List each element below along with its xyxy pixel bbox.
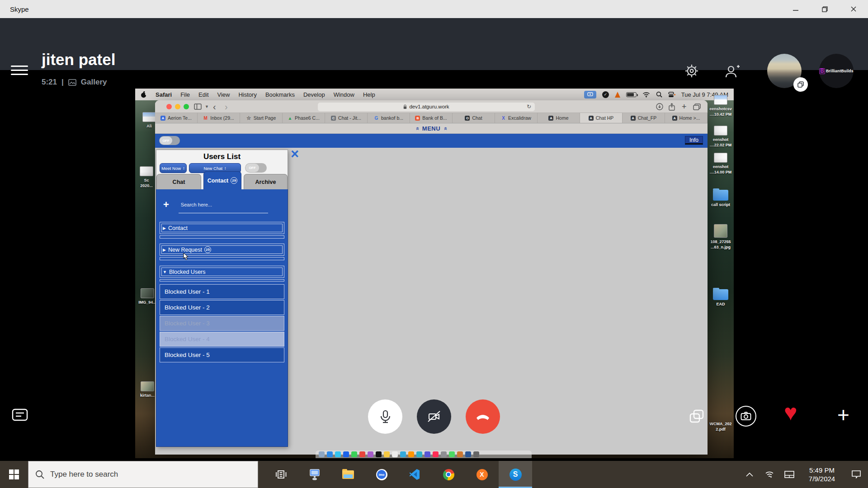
control-center-icon[interactable] [668, 92, 675, 98]
dock-icon[interactable] [416, 451, 422, 457]
dock-icon[interactable] [335, 451, 341, 457]
dock-icon[interactable] [368, 451, 373, 457]
minimize-traffic-light[interactable] [175, 104, 180, 109]
chat-panel-icon[interactable] [12, 408, 28, 425]
tray-touchpad-icon[interactable] [779, 461, 799, 488]
dock-icon[interactable] [384, 451, 390, 457]
battery-icon[interactable] [626, 92, 637, 97]
dock-icon[interactable] [343, 451, 349, 457]
tab-contact[interactable]: Contact 29 [203, 171, 241, 189]
dock-icon[interactable] [400, 451, 406, 457]
dock[interactable] [316, 450, 532, 458]
snapshot-button[interactable] [736, 406, 756, 427]
gear-icon[interactable] [684, 63, 700, 79]
menubar-item[interactable]: View [217, 91, 230, 98]
blocked-user-row[interactable]: Blocked User - 4 [160, 332, 284, 347]
dock-icon[interactable] [359, 451, 365, 457]
screen-sharing-status-icon[interactable] [584, 91, 596, 99]
close-traffic-light[interactable] [166, 104, 172, 109]
search-input[interactable]: Search here... [181, 202, 212, 207]
safari-tab[interactable]: Gbankof b... [368, 113, 410, 123]
dock-icon[interactable] [351, 451, 357, 457]
end-call-button[interactable] [466, 399, 500, 434]
add-contact-icon[interactable]: + [163, 200, 169, 209]
blocked-user-row[interactable]: Blocked User - 2 [160, 300, 284, 315]
dock-icon[interactable] [441, 451, 447, 457]
safari-tab[interactable]: AHome [538, 113, 580, 123]
dock-icon[interactable] [465, 451, 471, 457]
brand-avatar[interactable]: B BrilliantBuilds [819, 54, 854, 88]
safari-tab[interactable]: BBank of B... [410, 113, 453, 123]
menubar-item[interactable]: Edit [198, 91, 208, 98]
tray-chevron-icon[interactable] [740, 461, 760, 488]
menubar-item[interactable]: Help [363, 91, 375, 98]
taskbar-clock[interactable]: 5:49 PM 7/9/2024 [799, 466, 844, 483]
safari-tab[interactable]: AChat_FP [623, 113, 665, 123]
refresh-icon[interactable]: ↻ [527, 103, 531, 110]
safari-tab[interactable]: AHome >... [665, 113, 708, 123]
page-toggle[interactable]: OFF [159, 136, 180, 145]
menu-label[interactable]: MENU [422, 125, 440, 132]
wifi-icon[interactable] [642, 92, 650, 98]
skype-taskbar-button[interactable]: S [499, 461, 532, 488]
tab-chat[interactable]: Chat [156, 174, 201, 189]
self-avatar[interactable] [767, 54, 802, 88]
download-icon[interactable] [656, 100, 663, 113]
microphone-button[interactable] [368, 399, 402, 434]
safari-tab[interactable]: XExcalidraw [495, 113, 538, 123]
blocked-user-row[interactable]: Blocked User - 3 [160, 316, 284, 331]
back-icon[interactable]: ‹ [213, 100, 216, 113]
spotlight-icon[interactable] [656, 91, 662, 98]
heart-reaction-button[interactable]: ♥ [784, 402, 797, 423]
section-new-request[interactable]: ▶ New Request 25 [160, 244, 284, 256]
new-tab-icon[interactable]: + [682, 100, 687, 113]
dock-icon[interactable] [433, 451, 439, 457]
taskbar-search[interactable]: Type here to search [28, 461, 258, 488]
chrome-button[interactable] [432, 461, 465, 488]
menubar-item[interactable]: History [238, 91, 256, 98]
close-button[interactable] [839, 0, 868, 18]
menu-icon[interactable] [11, 65, 28, 76]
menubar-item[interactable]: Safari [156, 91, 172, 98]
safari-tab[interactable]: MInbox (29... [198, 113, 240, 123]
vscode-button[interactable] [398, 461, 432, 488]
action-center-icon[interactable] [844, 461, 868, 488]
tab-archive[interactable]: Archive [244, 174, 288, 189]
forward-icon[interactable]: › [225, 100, 228, 113]
screen-share-icon[interactable] [689, 409, 704, 426]
desktop-icon[interactable]: eenshotcsv ....10.42 PM [708, 95, 734, 117]
file-explorer-button[interactable] [331, 461, 365, 488]
dock-icon[interactable] [449, 451, 455, 457]
vlc-icon[interactable] [615, 92, 620, 98]
safari-tab[interactable]: CChat - Jit... [325, 113, 368, 123]
section-contact[interactable]: ▶ Contact [160, 222, 284, 234]
desktop-icon[interactable]: EAD [708, 289, 734, 307]
camera-off-button[interactable] [417, 399, 451, 434]
dock-icon[interactable] [425, 451, 430, 457]
task-view-button[interactable] [264, 461, 298, 488]
desktop-icon[interactable]: WCMA_202 2.pdf [708, 421, 734, 432]
safari-tab[interactable]: ☆Start Page [240, 113, 283, 123]
panel-close-icon[interactable]: × [291, 147, 299, 161]
start-button[interactable] [0, 461, 28, 488]
dock-icon[interactable] [376, 451, 382, 457]
chevron-down-icon[interactable]: ▼ [205, 100, 209, 113]
restore-button[interactable] [810, 0, 839, 18]
menubar-item[interactable]: Window [334, 91, 354, 98]
xampp-button[interactable]: X [465, 461, 499, 488]
blocked-user-row[interactable]: Blocked User - 5 [160, 347, 284, 362]
tray-wifi-icon[interactable] [760, 461, 779, 488]
zoom-traffic-light[interactable] [184, 104, 189, 109]
apple-icon[interactable] [141, 91, 147, 98]
dock-icon[interactable] [392, 451, 398, 457]
blocked-user-row[interactable]: Blocked User - 1 [160, 284, 284, 299]
sidebar-icon[interactable] [194, 100, 202, 113]
tab-overview-icon[interactable] [693, 100, 701, 113]
safari-tab[interactable]: OChat [453, 113, 495, 123]
dock-icon[interactable] [327, 451, 333, 457]
desktop-icon[interactable]: call script [708, 190, 734, 207]
add-person-icon[interactable] [724, 64, 741, 79]
menubar-item[interactable]: Develop [303, 91, 325, 98]
remote-desktop-button[interactable] [298, 461, 331, 488]
safari-tab[interactable]: AAerion Te... [155, 113, 198, 123]
